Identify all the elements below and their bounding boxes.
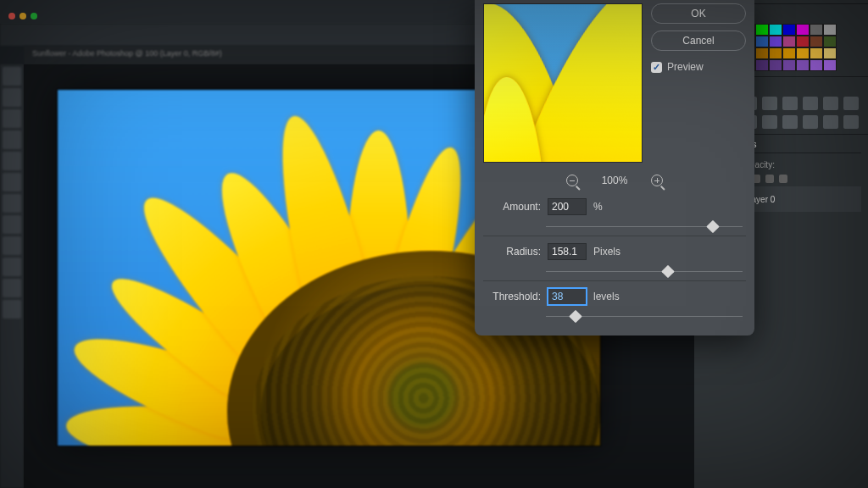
- radius-slider[interactable]: [546, 265, 743, 279]
- adjustment-icon[interactable]: [843, 115, 859, 129]
- tool-button[interactable]: [3, 194, 21, 213]
- swatch[interactable]: [823, 24, 837, 36]
- radius-input[interactable]: [548, 243, 587, 260]
- swatch[interactable]: [796, 59, 810, 71]
- swatch[interactable]: [796, 24, 810, 36]
- amount-label: Amount:: [487, 201, 541, 213]
- filter-preview[interactable]: [483, 3, 643, 163]
- document-tab[interactable]: Sunflower - Adobe Photoshop @ 100 (Layer…: [32, 49, 222, 58]
- tool-button[interactable]: [3, 300, 21, 319]
- swatch[interactable]: [796, 36, 810, 47]
- swatch[interactable]: [782, 36, 796, 47]
- swatch[interactable]: [755, 47, 769, 59]
- adjustment-icon[interactable]: [782, 115, 798, 129]
- threshold-input[interactable]: [548, 288, 587, 305]
- zoom-level: 100%: [602, 175, 628, 186]
- tool-button[interactable]: [3, 173, 21, 191]
- swatch[interactable]: [769, 47, 782, 59]
- adjustment-icon[interactable]: [803, 115, 818, 129]
- amount-slider[interactable]: [546, 220, 743, 234]
- swatch[interactable]: [755, 59, 769, 71]
- tool-button[interactable]: [3, 279, 21, 297]
- amount-input[interactable]: [548, 198, 587, 215]
- lock-icon[interactable]: [765, 175, 774, 183]
- ok-button[interactable]: OK: [651, 3, 746, 24]
- adjustment-icon[interactable]: [762, 97, 777, 110]
- swatch[interactable]: [782, 24, 796, 36]
- swatch[interactable]: [755, 36, 769, 47]
- swatch[interactable]: [769, 36, 782, 47]
- swatch[interactable]: [782, 59, 796, 71]
- tool-button[interactable]: [3, 109, 21, 128]
- swatch[interactable]: [823, 59, 837, 71]
- swatch[interactable]: [823, 36, 837, 47]
- tool-button[interactable]: [3, 258, 21, 276]
- filter-dialog: OK Cancel ✓ Preview 100% Amount: % Radiu…: [475, 0, 754, 336]
- cancel-button[interactable]: Cancel: [651, 30, 746, 51]
- lock-icon[interactable]: [779, 175, 787, 183]
- tool-button[interactable]: [3, 88, 21, 107]
- swatch[interactable]: [810, 36, 823, 47]
- adjustment-icon[interactable]: [762, 115, 777, 129]
- preview-checkbox[interactable]: ✓: [651, 62, 662, 73]
- radius-label: Radius:: [487, 246, 541, 258]
- adjustment-icon[interactable]: [823, 97, 838, 110]
- tool-button[interactable]: [3, 130, 21, 149]
- window-traffic-lights: [8, 13, 37, 19]
- preview-checkbox-label: Preview: [667, 61, 704, 73]
- close-window-icon[interactable]: [8, 13, 15, 19]
- threshold-unit: levels: [593, 291, 620, 302]
- tool-button[interactable]: [3, 236, 21, 255]
- swatch[interactable]: [755, 24, 769, 36]
- zoom-in-icon[interactable]: [651, 175, 663, 186]
- tool-button[interactable]: [3, 215, 21, 234]
- swatch[interactable]: [796, 47, 810, 59]
- adjustment-icon[interactable]: [843, 97, 859, 110]
- swatch[interactable]: [782, 47, 796, 59]
- amount-unit: %: [593, 201, 603, 213]
- adjustment-icon[interactable]: [782, 97, 798, 110]
- zoom-out-icon[interactable]: [566, 175, 578, 186]
- radius-unit: Pixels: [593, 246, 620, 258]
- tools-toolbar[interactable]: [0, 64, 24, 488]
- swatch[interactable]: [810, 24, 823, 36]
- swatch[interactable]: [769, 59, 782, 71]
- threshold-slider[interactable]: [546, 310, 743, 324]
- swatch[interactable]: [810, 47, 823, 59]
- zoom-window-icon[interactable]: [31, 13, 37, 19]
- tool-button[interactable]: [3, 67, 21, 86]
- adjustment-icon[interactable]: [803, 97, 818, 110]
- minimize-window-icon[interactable]: [19, 13, 26, 19]
- swatch[interactable]: [823, 47, 837, 59]
- threshold-label: Threshold:: [487, 291, 541, 302]
- swatch[interactable]: [810, 59, 823, 71]
- swatch[interactable]: [769, 24, 782, 36]
- adjustment-icon[interactable]: [823, 115, 838, 129]
- tool-button[interactable]: [3, 152, 21, 170]
